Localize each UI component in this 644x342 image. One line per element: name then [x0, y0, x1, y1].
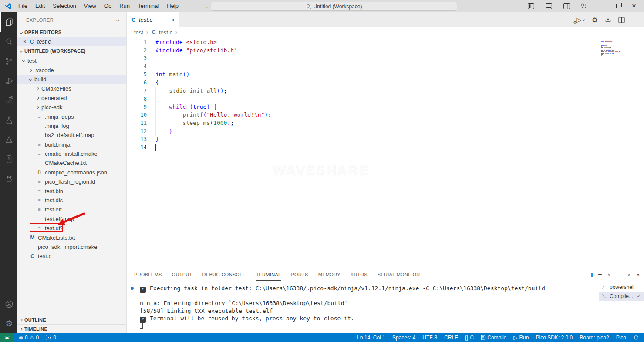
maximize-panel-icon[interactable]: ∧ [627, 272, 631, 277]
toggle-sidebar-icon[interactable] [528, 3, 534, 9]
tree-item-test.bin[interactable]: ≡test.bin [17, 186, 126, 195]
open-editor-item-test-c[interactable]: × C test.c [17, 37, 126, 46]
panel-tab-debug-console[interactable]: DEBUG CONSOLE [202, 269, 246, 281]
close-panel-icon[interactable]: × [636, 272, 640, 278]
activity-extensions[interactable] [0, 91, 17, 110]
close-icon[interactable]: × [632, 2, 636, 10]
terminal-dropdown-icon[interactable]: ∨ [607, 272, 610, 277]
menu-view[interactable]: View [80, 0, 100, 12]
menu-file[interactable]: File [14, 0, 31, 12]
activity-source-control[interactable] [0, 51, 17, 71]
tree-item-test.c[interactable]: Ctest.c [17, 251, 126, 261]
tree-item-cmakelists.txt[interactable]: MCMakeLists.txt [17, 233, 126, 242]
terminal-instance-powershell[interactable]: >_powershell [599, 282, 644, 292]
panel-tab-problems[interactable]: PROBLEMS [134, 269, 162, 281]
tree-item-build.ninja[interactable]: ≡build.ninja [17, 140, 126, 149]
tree-item-bs2-default.elf.map[interactable]: ≡bs2_default.elf.map [17, 131, 126, 140]
remote-indicator[interactable]: >< [0, 333, 13, 342]
customize-layout-icon[interactable] [581, 3, 587, 9]
explorer-more-actions-icon[interactable]: ⋯ [114, 17, 120, 23]
tree-item-pico-flash-region.ld[interactable]: ≡pico_flash_region.ld [17, 177, 126, 186]
menu-selection[interactable]: Selection [49, 0, 80, 12]
activity-accounts[interactable] [0, 294, 17, 314]
tree-item-test.dis[interactable]: ≡test.dis [17, 196, 126, 205]
activity-settings[interactable]: ⚙ [0, 314, 17, 333]
menu-help[interactable]: Help [163, 0, 182, 12]
tree-item-build[interactable]: build [17, 75, 126, 84]
file-icon: ≡ [37, 207, 42, 212]
terminal-instance-compile[interactable]: >_Compile...✓ [599, 292, 644, 301]
split-editor-icon[interactable] [618, 17, 625, 23]
ports-status[interactable]: 0 [42, 333, 60, 342]
workspace-header[interactable]: UNTITLED (WORKSPACE) [17, 46, 126, 56]
breadcrumb[interactable]: test › Ctest.c › ... [127, 27, 644, 37]
menu-terminal[interactable]: Terminal [134, 0, 163, 12]
tree-item-pico-sdk-import.cmake[interactable]: ≡pico_sdk_import.cmake [17, 242, 126, 251]
tree-item-.vscode[interactable]: .vscode [17, 65, 126, 74]
command-center-search[interactable]: Untitled (Workspace) [211, 2, 457, 11]
breadcrumb-folder[interactable]: test [134, 29, 143, 36]
editor-group: C test.c × ⚙▷∨ ⚙ ⋯ test › Ctest.c › ... … [127, 12, 644, 333]
tree-item-.ninja-log[interactable]: ≡.ninja_log [17, 121, 126, 131]
settings-gear-icon[interactable]: ⚙ [592, 17, 598, 23]
chevron-down-icon [22, 59, 25, 62]
timeline-section[interactable]: TIMELINE [17, 324, 126, 333]
board-selector[interactable]: Board: pico2 [576, 333, 612, 342]
tree-item-cmakefiles[interactable]: CMakeFiles [17, 84, 126, 93]
activity-explorer[interactable] [0, 12, 17, 32]
activity-cmake[interactable] [0, 130, 17, 149]
search-icon [306, 4, 311, 9]
tree-item-cmakecache.txt[interactable]: ≡CMakeCache.txt [17, 158, 126, 168]
panel-tab-terminal[interactable]: TERMINAL [256, 269, 281, 281]
activity-search[interactable] [0, 32, 17, 51]
tree-item-test[interactable]: test [17, 56, 126, 65]
run-task-button[interactable]: ⚙▷∨ [576, 16, 585, 24]
flash-download-icon[interactable] [605, 17, 611, 23]
compile-button[interactable]: Compile [477, 333, 510, 342]
panel-tab-ports[interactable]: PORTS [291, 269, 308, 281]
close-editor-icon[interactable]: × [23, 38, 27, 45]
activity-pico-board[interactable] [0, 149, 17, 169]
toggle-secondary-sidebar-icon[interactable] [563, 3, 570, 9]
activity-raspberry-pico[interactable] [0, 169, 17, 188]
tab-close-icon[interactable]: × [171, 17, 175, 23]
tree-item-generated[interactable]: generated [17, 94, 126, 103]
panel-tab-xrtos[interactable]: XRTOS [351, 269, 368, 281]
pico-sdk-version[interactable]: Pico SDK: 2.0.0 [533, 333, 577, 342]
menu-run[interactable]: Run [115, 0, 134, 12]
activity-run-debug[interactable] [0, 71, 17, 91]
cursor-position[interactable]: Ln 14, Col 1 [354, 333, 389, 342]
pico-status[interactable]: Pico [613, 333, 630, 342]
tree-item-.ninja-deps[interactable]: ≡.ninja_deps [17, 112, 126, 121]
outline-section[interactable]: OUTLINE [17, 315, 126, 324]
language-mode[interactable]: {}C [462, 333, 478, 342]
restore-icon[interactable] [616, 4, 620, 8]
minimap[interactable] [601, 40, 620, 58]
breadcrumb-symbol[interactable]: ... [180, 29, 185, 36]
back-arrow-icon[interactable]: ← [205, 3, 211, 10]
tree-item-pico-sdk[interactable]: pico-sdk [17, 103, 126, 112]
tree-item-compile-commands.json[interactable]: {}compile_commands.json [17, 168, 126, 177]
open-editors-header[interactable]: OPEN EDITORS [17, 27, 126, 37]
toggle-panel-icon[interactable] [546, 3, 552, 9]
activity-testing[interactable] [0, 110, 17, 130]
panel-tab-output[interactable]: OUTPUT [172, 269, 192, 281]
panel-tab-serial-monitor[interactable]: SERIAL MONITOR [378, 269, 420, 281]
eol-sequence[interactable]: CRLF [441, 333, 461, 342]
encoding[interactable]: UTF-8 [419, 333, 441, 342]
run-button[interactable]: ▷Run [510, 333, 532, 342]
new-terminal-icon[interactable]: + [598, 271, 602, 278]
panel-tab-memory[interactable]: MEMORY [318, 269, 341, 281]
code-editor[interactable]: 1#include <stdio.h>2#include "pico/stdli… [127, 37, 644, 268]
tab-test-c[interactable]: C test.c × [127, 12, 179, 27]
menu-edit[interactable]: Edit [31, 0, 49, 12]
panel-more-icon[interactable]: ⋯ [616, 272, 622, 278]
terminal-output[interactable]: *Executing task in folder test: C:\Users… [127, 281, 596, 333]
problems-status[interactable]: ⊗0 ⚠0 [13, 333, 42, 342]
notifications-bell[interactable] [630, 333, 642, 342]
more-actions-icon[interactable]: ⋯ [632, 16, 639, 24]
tree-item-cmake-install.cmake[interactable]: ≡cmake_install.cmake [17, 149, 126, 158]
indentation[interactable]: Spaces: 4 [389, 333, 419, 342]
minimize-icon[interactable]: — [599, 3, 605, 10]
menu-go[interactable]: Go [100, 0, 115, 12]
